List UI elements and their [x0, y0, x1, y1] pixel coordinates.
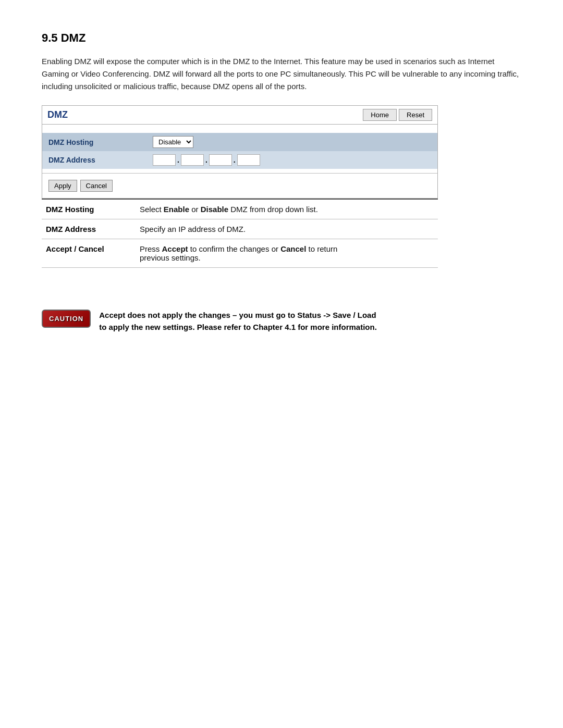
desc-value-accept: Press Accept to confirm the changes or C…	[136, 239, 438, 268]
dmz-panel-body: DMZ Hosting Disable Enable DMZ Address	[42, 125, 437, 198]
desc-field-hosting: DMZ Hosting	[42, 199, 136, 219]
dmz-hosting-select[interactable]: Disable Enable	[153, 136, 193, 148]
dmz-panel-title: DMZ	[47, 109, 68, 120]
dmz-header-buttons: Home Reset	[363, 109, 432, 121]
ip-octet-1[interactable]	[153, 154, 176, 166]
dmz-hosting-row: DMZ Hosting Disable Enable	[42, 133, 437, 151]
ip-octet-2[interactable]	[181, 154, 204, 166]
desc-value-address: Specify an IP address of DMZ.	[136, 219, 438, 239]
page-title: 9.5 DMZ	[42, 31, 521, 45]
ip-dot-1: .	[176, 156, 181, 164]
dmz-action-row: Apply Cancel	[42, 173, 437, 198]
apply-button[interactable]: Apply	[48, 180, 77, 192]
desc-field-accept: Accept / Cancel	[42, 239, 136, 268]
desc-value-hosting: Select Enable or Disable DMZ from drop d…	[136, 199, 438, 219]
home-button[interactable]: Home	[363, 109, 397, 121]
intro-text: Enabling DMZ will expose the computer wh…	[42, 55, 521, 93]
ip-dot-3: .	[232, 156, 237, 164]
ip-octet-4[interactable]	[237, 154, 260, 166]
dmz-address-label: DMZ Address	[42, 151, 146, 169]
ip-dot-2: .	[204, 156, 209, 164]
dmz-hosting-select-wrapper: Disable Enable	[153, 136, 431, 148]
dmz-address-row: DMZ Address . . .	[42, 151, 437, 169]
description-table: DMZ Hosting Select Enable or Disable DMZ…	[42, 199, 438, 268]
dmz-settings-table: DMZ Hosting Disable Enable DMZ Address	[42, 133, 437, 169]
cancel-button[interactable]: Cancel	[80, 180, 113, 192]
ip-input-group: . . .	[153, 154, 431, 166]
caution-text: Accept does not apply the changes – you …	[99, 310, 377, 333]
reset-button[interactable]: Reset	[399, 109, 432, 121]
dmz-panel: DMZ Home Reset DMZ Hosting Disable Enabl…	[42, 105, 438, 199]
desc-row-accept: Accept / Cancel Press Accept to confirm …	[42, 239, 438, 268]
desc-row-hosting: DMZ Hosting Select Enable or Disable DMZ…	[42, 199, 438, 219]
caution-row: CAUTION Accept does not apply the change…	[42, 310, 521, 333]
dmz-hosting-label: DMZ Hosting	[42, 133, 146, 151]
dmz-panel-header: DMZ Home Reset	[42, 106, 437, 125]
desc-field-address: DMZ Address	[42, 219, 136, 239]
dmz-hosting-control: Disable Enable	[146, 133, 437, 151]
ip-octet-3[interactable]	[209, 154, 232, 166]
desc-row-address: DMZ Address Specify an IP address of DMZ…	[42, 219, 438, 239]
dmz-address-control: . . .	[146, 151, 437, 169]
caution-badge: CAUTION	[42, 310, 91, 328]
caution-section: CAUTION Accept does not apply the change…	[42, 310, 521, 333]
